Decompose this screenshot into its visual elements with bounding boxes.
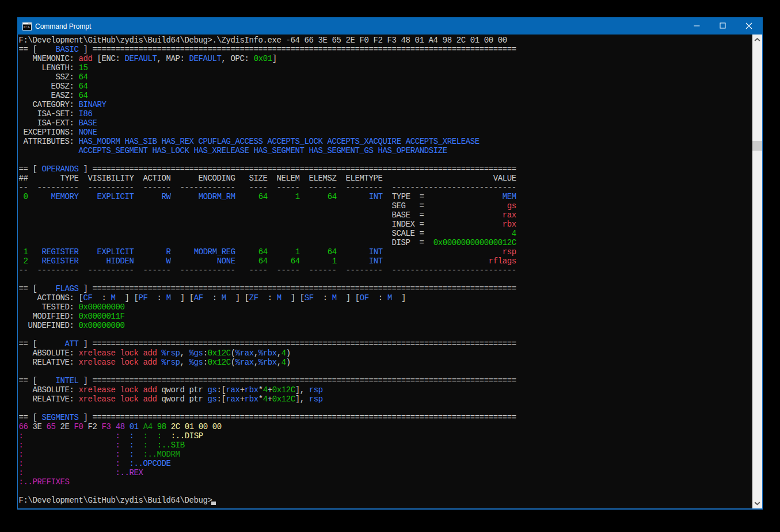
svg-text:C:\: C:\	[24, 25, 30, 29]
